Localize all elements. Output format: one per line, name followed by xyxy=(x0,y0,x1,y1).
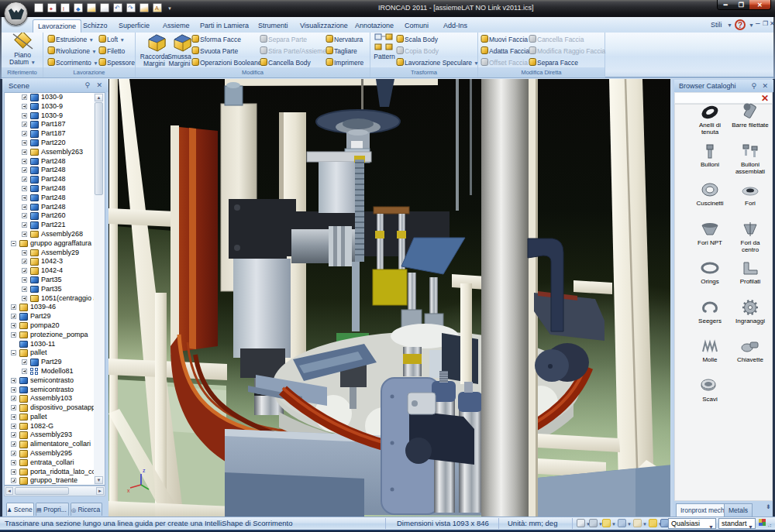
svg-text:z: z xyxy=(143,468,146,473)
svg-text:x: x xyxy=(127,488,130,493)
